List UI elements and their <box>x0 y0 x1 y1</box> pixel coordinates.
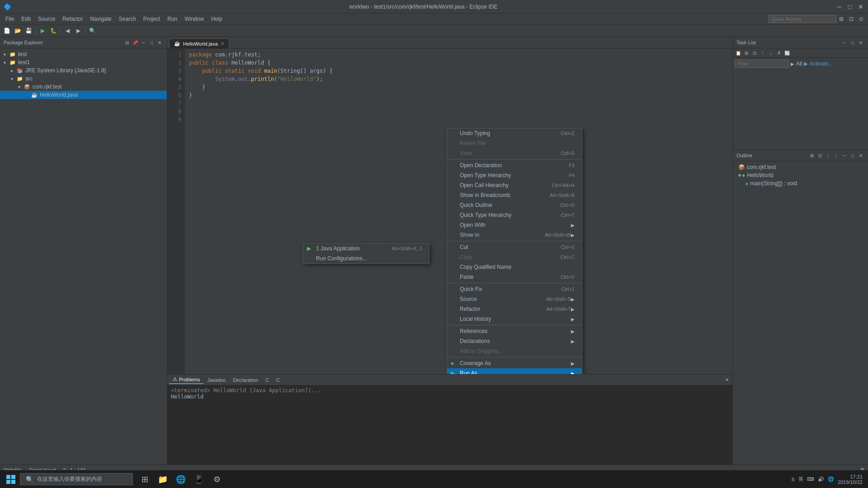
tree-item-src[interactable]: ▾ 📁 src <box>0 75 167 83</box>
maximize-panel-btn[interactable]: □ <box>148 39 155 46</box>
outline-item-method[interactable]: ● main(String[]) : void <box>735 179 866 188</box>
outline-btn-2[interactable]: ⊡ <box>816 152 824 159</box>
ctx-refactor[interactable]: Refactor Alt+Shift+T ▶ <box>447 304 582 314</box>
tree-item-helloworld[interactable]: ☕ HelloWorld.java <box>0 91 167 99</box>
task-btn-2[interactable]: ⊞ <box>743 49 750 56</box>
tab-close-btn[interactable]: ✕ <box>221 41 224 46</box>
run-button[interactable]: ▶ <box>38 26 47 36</box>
maximize-button[interactable]: □ <box>846 3 854 10</box>
debug-button[interactable]: 🐛 <box>48 26 58 36</box>
minimize-button[interactable]: ─ <box>835 3 843 10</box>
task-btn-7[interactable]: 🔄 <box>783 49 791 56</box>
taskbar-icon-settings[interactable]: ⚙ <box>209 471 225 488</box>
outline-btn-4[interactable]: ↓ <box>833 152 840 159</box>
ctx-coverage-as[interactable]: ● Coverage As ▶ <box>447 358 582 368</box>
ctx-open-call-hierarchy[interactable]: Open Call Hierarchy Ctrl+Alt+H <box>447 180 582 190</box>
menu-project[interactable]: Project <box>140 15 164 23</box>
ctx-quick-fix[interactable]: Quick Fix Ctrl+1 <box>447 284 582 294</box>
taskbar-icon-file-explorer[interactable]: 📁 <box>155 471 171 488</box>
collapse-btn[interactable]: ⊟ <box>123 39 131 46</box>
outline-minimize-btn[interactable]: ─ <box>841 152 848 159</box>
ctx-show-breadcrumb[interactable]: Show in Breadcrumb Alt+Shift+B <box>447 190 582 200</box>
ctx-quick-outline[interactable]: Quick Outline Ctrl+O <box>447 200 582 210</box>
taskbar-icon-browser[interactable]: 🌐 <box>173 471 189 488</box>
ctx-open-type-hierarchy[interactable]: Open Type Hierarchy F4 <box>447 170 582 180</box>
task-close-btn[interactable]: ✕ <box>857 39 864 46</box>
close-panel-btn[interactable]: ✕ <box>156 39 163 46</box>
menu-run[interactable]: Run <box>164 15 181 23</box>
outline-btn-1[interactable]: ⊞ <box>808 152 816 159</box>
task-find-input[interactable] <box>735 60 789 68</box>
task-activate-label[interactable]: ▶ Activate... <box>804 61 833 67</box>
menu-refactor[interactable]: Refactor <box>59 15 86 23</box>
next-button[interactable]: ▶ <box>73 26 83 36</box>
quick-access-input[interactable] <box>769 15 836 23</box>
ctx-show-in[interactable]: Show In Alt+Shift+W ▶ <box>447 230 582 240</box>
task-btn-5[interactable]: ↓ <box>767 49 774 56</box>
ctx-paste[interactable]: Paste Ctrl+V <box>447 272 582 282</box>
ctx-local-history[interactable]: Local History ▶ <box>447 314 582 324</box>
tab-problems[interactable]: ⚠ Problems <box>169 375 203 384</box>
search-button[interactable]: 🔍 <box>87 26 97 36</box>
bottom-console: <terminated> HelloWorld [Java Applicatio… <box>167 385 732 465</box>
taskbar-search-box[interactable]: 🔍 在这里输入你要搜索的内容 <box>20 473 133 485</box>
new-button[interactable]: 📄 <box>2 26 12 36</box>
menu-edit[interactable]: Edit <box>18 15 34 23</box>
outline-label: com.rjkf.test <box>747 164 776 170</box>
tab-javadoc[interactable]: Javadoc <box>203 376 229 384</box>
ctx-references[interactable]: References ▶ <box>447 326 582 336</box>
tab-c1[interactable]: C <box>262 376 273 384</box>
task-btn-6[interactable]: ✗ <box>775 49 783 56</box>
toolbar-icon-btn1[interactable]: ⊞ <box>836 14 846 24</box>
menu-window[interactable]: Window <box>181 15 208 23</box>
tab-declaration[interactable]: Declaration <box>229 376 262 384</box>
task-minimize-btn[interactable]: ─ <box>841 39 848 46</box>
toolbar-icon-btn2[interactable]: ⊡ <box>846 14 856 24</box>
editor-area[interactable]: 1234 56789 package com.rjkf.test; public… <box>167 49 732 374</box>
task-btn-3[interactable]: ⊡ <box>751 49 758 56</box>
tree-item-test1[interactable]: ▾ 📁 test1 <box>0 58 167 66</box>
menu-search[interactable]: Search <box>115 15 140 23</box>
tree-item-test[interactable]: ▾ 📁 test <box>0 50 167 58</box>
tab-c2[interactable]: C <box>273 376 283 384</box>
open-button[interactable]: 📂 <box>13 26 23 36</box>
menu-source[interactable]: Source <box>34 15 59 23</box>
menu-help[interactable]: Help <box>208 15 226 23</box>
tree-item-package[interactable]: ▾ 📦 com.rjkf.test <box>0 83 167 91</box>
submenu-java-application[interactable]: ▶ 1 Java Application Alt+Shift+X, J <box>303 244 429 253</box>
tree-item-jre[interactable]: ▸ 📚 JRE System Library [JavaSE-1.8] <box>0 66 167 75</box>
tree-arrow: ▾ <box>4 52 9 57</box>
ctx-label: Paste <box>460 274 474 280</box>
menu-file[interactable]: File <box>2 15 18 23</box>
ctx-quick-type-hierarchy[interactable]: Quick Type Hierarchy Ctrl+T <box>447 210 582 220</box>
close-button[interactable]: ✕ <box>857 3 864 10</box>
outline-close-btn[interactable]: ✕ <box>857 152 864 159</box>
outline-btn-3[interactable]: ↑ <box>825 152 832 159</box>
save-button[interactable]: 💾 <box>24 26 33 36</box>
ctx-source[interactable]: Source Alt+Shift+S ▶ <box>447 294 582 304</box>
ctx-open-with[interactable]: Open With ▶ <box>447 220 582 230</box>
taskbar-icon-task-view[interactable]: ⊞ <box>137 471 153 488</box>
submenu-run-configurations[interactable]: Run Configurations... <box>303 253 429 263</box>
start-button[interactable] <box>2 470 20 488</box>
bottom-panel-close[interactable]: ✕ <box>723 376 731 384</box>
ctx-open-declaration[interactable]: Open Declaration F3 <box>447 160 582 170</box>
task-btn-1[interactable]: 📋 <box>735 49 742 56</box>
ctx-declarations[interactable]: Declarations ▶ <box>447 336 582 346</box>
minimize-panel-btn[interactable]: ─ <box>140 39 147 46</box>
ctx-copy-qualified-name[interactable]: Copy Qualified Name <box>447 262 582 272</box>
taskbar-icon-app1[interactable]: 📱 <box>191 471 207 488</box>
task-maximize-btn[interactable]: □ <box>849 39 856 46</box>
task-btn-4[interactable]: ↑ <box>759 49 766 56</box>
toolbar-icon-btn3[interactable]: ⊙ <box>856 14 866 24</box>
outline-item-class[interactable]: ▾ ● HelloWorld <box>735 171 866 179</box>
ctx-undo-typing[interactable]: Undo Typing Ctrl+Z <box>447 128 582 138</box>
outline-maximize-btn[interactable]: □ <box>849 152 856 159</box>
outline-item-package[interactable]: 📦 com.rjkf.test <box>735 163 866 171</box>
pin-btn[interactable]: 📌 <box>132 39 139 46</box>
menu-navigate[interactable]: Navigate <box>86 15 115 23</box>
ctx-cut[interactable]: Cut Ctrl+X <box>447 242 582 252</box>
prev-button[interactable]: ◀ <box>62 26 72 36</box>
ctx-run-as[interactable]: ▶ Run As ▶ <box>447 368 582 374</box>
editor-tab-helloworld[interactable]: ☕ HelloWorld.java ✕ <box>169 38 229 48</box>
